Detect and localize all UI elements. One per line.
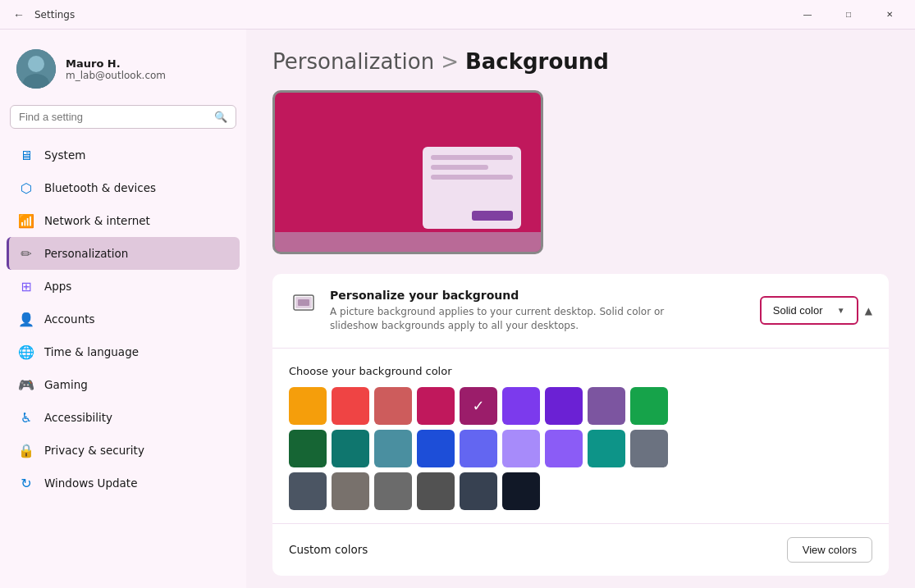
accessibility-icon: ♿ <box>18 409 34 426</box>
color-swatch[interactable] <box>460 472 497 510</box>
color-grid <box>289 387 872 510</box>
color-swatch[interactable] <box>545 387 583 425</box>
color-swatch[interactable] <box>417 472 455 510</box>
preview-line-1 <box>431 155 513 160</box>
sidebar-item-network[interactable]: 📶 Network & internet <box>7 204 240 237</box>
color-swatch[interactable] <box>289 430 327 467</box>
sidebar-item-gaming[interactable]: 🎮 Gaming <box>7 368 240 401</box>
search-icon: 🔍 <box>214 111 227 123</box>
color-swatch[interactable] <box>460 387 497 425</box>
sidebar-item-time[interactable]: 🌐 Time & language <box>7 335 240 368</box>
preview-button <box>472 211 513 221</box>
color-swatch[interactable] <box>502 387 540 425</box>
sidebar-item-label: Gaming <box>44 378 88 391</box>
settings-panel: Personalize your background A picture ba… <box>272 274 889 576</box>
content-area: Personalization > Background <box>246 30 915 588</box>
view-colors-button[interactable]: View colors <box>787 537 872 563</box>
user-profile: Mauro H. m_lab@outlook.com <box>7 43 240 102</box>
sidebar-item-personalization[interactable]: ✏ Personalization <box>7 237 240 270</box>
background-icon <box>289 289 318 318</box>
color-swatch[interactable] <box>588 430 625 467</box>
color-swatch[interactable] <box>289 472 327 510</box>
search-box[interactable]: 🔍 <box>10 105 236 129</box>
user-info: Mauro H. m_lab@outlook.com <box>66 57 166 81</box>
color-swatch[interactable] <box>630 430 668 467</box>
sidebar-item-apps[interactable]: ⊞ Apps <box>7 270 240 303</box>
panel-text: Personalize your background A picture ba… <box>330 289 707 333</box>
sidebar-item-privacy[interactable]: 🔒 Privacy & security <box>7 434 240 467</box>
network-icon: 📶 <box>18 212 34 229</box>
color-swatch[interactable] <box>630 387 668 425</box>
preview-line-2 <box>431 165 488 170</box>
sidebar-item-label: Privacy & security <box>44 444 144 457</box>
maximize-button[interactable]: □ <box>830 2 867 28</box>
preview-taskbar <box>275 232 541 252</box>
sidebar-item-label: Personalization <box>44 247 128 260</box>
user-email: m_lab@outlook.com <box>66 70 166 81</box>
color-swatch[interactable] <box>417 387 455 425</box>
sidebar-item-label: Time & language <box>44 345 139 358</box>
breadcrumb-parent: Personalization <box>272 49 434 74</box>
sidebar-item-label: Network & internet <box>44 214 150 227</box>
back-button[interactable]: ← <box>10 7 28 23</box>
titlebar: ← Settings — □ ✕ <box>0 0 915 30</box>
dropdown-value: Solid color <box>773 304 823 317</box>
preview-line-3 <box>431 175 513 180</box>
background-type-dropdown[interactable]: Solid color ▼ <box>760 296 858 325</box>
color-swatch[interactable] <box>332 387 369 425</box>
sidebar-item-bluetooth[interactable]: ⬡ Bluetooth & devices <box>7 171 240 204</box>
panel-description: A picture background applies to your cur… <box>330 305 707 333</box>
color-row-2 <box>289 430 872 467</box>
sidebar-item-label: Accounts <box>44 312 95 326</box>
privacy-icon: 🔒 <box>18 442 34 458</box>
color-swatch[interactable] <box>332 430 369 467</box>
background-preview <box>272 90 543 254</box>
dropdown-wrapper: Solid color ▼ ▲ <box>760 296 872 325</box>
titlebar-left: ← Settings <box>10 7 75 23</box>
sidebar-item-accessibility[interactable]: ♿ Accessibility <box>7 401 240 434</box>
panel-header-left: Personalize your background A picture ba… <box>289 289 707 333</box>
gaming-icon: 🎮 <box>18 376 34 393</box>
color-swatch[interactable] <box>460 430 497 467</box>
color-swatch[interactable] <box>545 430 583 467</box>
sidebar-item-accounts[interactable]: 👤 Accounts <box>7 303 240 335</box>
color-swatch[interactable] <box>502 472 540 510</box>
apps-icon: ⊞ <box>18 278 34 294</box>
sidebar-item-system[interactable]: 🖥 System <box>7 139 240 171</box>
sidebar-item-label: Windows Update <box>44 476 137 490</box>
minimize-button[interactable]: — <box>789 2 826 28</box>
color-palette-section: Choose your background color <box>272 349 889 523</box>
update-icon: ↻ <box>18 475 34 491</box>
custom-colors-label: Custom colors <box>289 543 368 556</box>
main-container: Mauro H. m_lab@outlook.com 🔍 🖥 System ⬡ … <box>0 30 915 588</box>
color-swatch[interactable] <box>417 430 455 467</box>
search-input[interactable] <box>19 111 208 123</box>
color-swatch[interactable] <box>332 472 369 510</box>
titlebar-controls: — □ ✕ <box>789 2 908 28</box>
user-name: Mauro H. <box>66 57 166 70</box>
personalization-icon: ✏ <box>18 245 34 262</box>
color-swatch[interactable] <box>374 472 412 510</box>
sidebar-item-label: System <box>44 148 85 162</box>
system-icon: 🖥 <box>18 147 34 163</box>
color-swatch[interactable] <box>502 430 540 467</box>
bluetooth-icon: ⬡ <box>18 180 34 196</box>
avatar-inner <box>16 49 56 89</box>
sidebar-item-label: Apps <box>44 280 71 293</box>
breadcrumb: Personalization > Background <box>272 49 889 74</box>
avatar <box>16 49 56 89</box>
color-swatch[interactable] <box>374 430 412 467</box>
color-swatch[interactable] <box>374 387 412 425</box>
close-button[interactable]: ✕ <box>871 2 908 28</box>
nav-list: 🖥 System ⬡ Bluetooth & devices 📶 Network… <box>7 139 240 499</box>
color-swatch[interactable] <box>588 387 625 425</box>
breadcrumb-current: Background <box>465 49 609 74</box>
panel-header: Personalize your background A picture ba… <box>272 274 889 349</box>
color-row-1 <box>289 387 872 425</box>
time-icon: 🌐 <box>18 344 34 360</box>
sidebar-item-update[interactable]: ↻ Windows Update <box>7 467 240 499</box>
color-row-3 <box>289 472 872 510</box>
color-swatch[interactable] <box>289 387 327 425</box>
titlebar-title: Settings <box>34 9 75 21</box>
chevron-up-icon-outer: ▲ <box>865 305 872 317</box>
